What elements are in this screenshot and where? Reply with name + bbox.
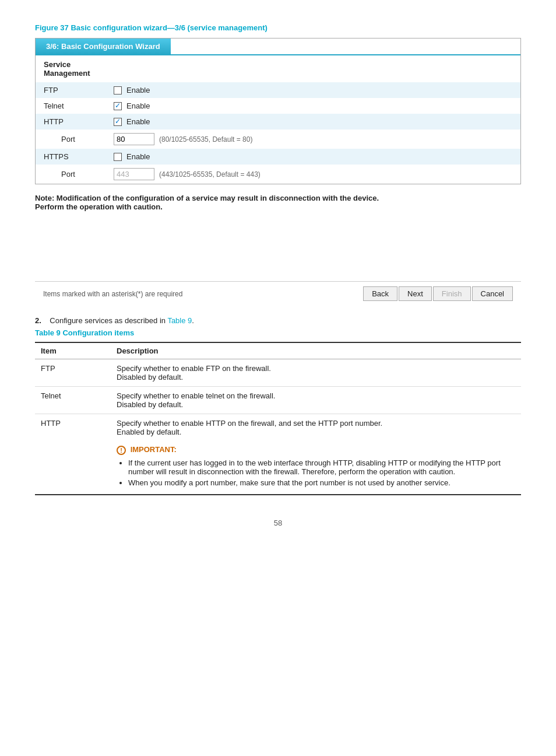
http-enable-label: Enable bbox=[126, 117, 150, 126]
https-port-content[interactable]: (443/1025-65535, Default = 443) bbox=[114, 168, 261, 180]
table-row: FTP Specify whether to enable FTP on the… bbox=[35, 359, 521, 387]
https-port-input[interactable] bbox=[114, 168, 154, 180]
wizard-tab: 3/6: Basic Configuration Wizard bbox=[36, 38, 171, 54]
step2-instruction: 2. Configure services as described in Ta… bbox=[35, 316, 521, 325]
wizard-container: 3/6: Basic Configuration Wizard ServiceM… bbox=[35, 38, 521, 184]
footer-note: Items marked with an asterisk(*) are req… bbox=[43, 290, 182, 298]
step2-suffix: . bbox=[192, 316, 194, 325]
config-table: Item Description FTP Specify whether to … bbox=[35, 342, 521, 495]
http-port-content[interactable]: (80/1025-65535, Default = 80) bbox=[114, 133, 252, 145]
http-port-hint: (80/1025-65535, Default = 80) bbox=[159, 135, 252, 144]
https-row: HTTPS Enable bbox=[36, 149, 520, 164]
footer-buttons: Back Next Finish Cancel bbox=[363, 286, 513, 301]
figure-title: Figure 37 Basic configuration wizard—3/6… bbox=[35, 23, 521, 32]
important-icon: ! bbox=[117, 446, 126, 455]
ftp-label: FTP bbox=[44, 86, 114, 94]
table-item-http: HTTP bbox=[35, 414, 111, 495]
table-item-ftp: FTP bbox=[35, 359, 111, 387]
table-row: Telnet Specify whether to enable telnet … bbox=[35, 387, 521, 414]
table-row: HTTP Specify whether to enable HTTP on t… bbox=[35, 414, 521, 495]
ftp-checkbox-icon bbox=[114, 86, 122, 94]
telnet-label: Telnet bbox=[44, 102, 114, 110]
http-row: HTTP Enable bbox=[36, 114, 520, 130]
https-enable-label: Enable bbox=[126, 152, 150, 161]
https-checkbox-icon bbox=[114, 153, 122, 161]
http-port-label: Port bbox=[44, 135, 114, 144]
wizard-note: Note: Modification of the configuration … bbox=[35, 194, 521, 211]
telnet-row: Telnet Enable bbox=[36, 98, 520, 114]
table-desc-http: Specify whether to enable HTTP on the fi… bbox=[111, 414, 521, 495]
bullet-item: If the current user has logged in to the… bbox=[128, 459, 515, 476]
wizard-section-header: ServiceManagement bbox=[36, 55, 520, 82]
page-number: 58 bbox=[35, 519, 521, 527]
important-list: If the current user has logged in to the… bbox=[128, 459, 515, 487]
http-port-input[interactable] bbox=[114, 133, 154, 145]
telnet-checkbox-icon bbox=[114, 102, 122, 110]
table-title: Table 9 Configuration items bbox=[35, 328, 521, 337]
col-description: Description bbox=[111, 342, 521, 359]
bullet-item: When you modify a port number, make sure… bbox=[128, 478, 515, 487]
https-content: Enable bbox=[114, 152, 150, 161]
telnet-content: Enable bbox=[114, 102, 150, 110]
next-button[interactable]: Next bbox=[399, 286, 432, 301]
table9-link[interactable]: Table 9 bbox=[167, 316, 192, 325]
ftp-row: FTP Enable bbox=[36, 82, 520, 98]
https-port-hint: (443/1025-65535, Default = 443) bbox=[159, 170, 261, 178]
cancel-button[interactable]: Cancel bbox=[472, 286, 513, 301]
http-label: HTTP bbox=[44, 117, 114, 126]
back-button[interactable]: Back bbox=[363, 286, 397, 301]
col-item: Item bbox=[35, 342, 111, 359]
finish-button[interactable]: Finish bbox=[433, 286, 471, 301]
wizard-body: ServiceManagement FTP Enable Telnet Enab… bbox=[36, 54, 520, 184]
table-desc-ftp: Specify whether to enable FTP on the fir… bbox=[111, 359, 521, 387]
ftp-content: Enable bbox=[114, 86, 150, 94]
table-item-telnet: Telnet bbox=[35, 387, 111, 414]
wizard-footer: Items marked with an asterisk(*) are req… bbox=[35, 281, 521, 306]
step2-prefix: Configure services as described in bbox=[50, 316, 167, 325]
http-checkbox-icon bbox=[114, 118, 122, 126]
ftp-enable-label: Enable bbox=[126, 86, 150, 94]
important-label: IMPORTANT: bbox=[131, 445, 177, 454]
http-port-row: Port (80/1025-65535, Default = 80) bbox=[36, 130, 520, 149]
http-content: Enable bbox=[114, 117, 150, 126]
https-port-label: Port bbox=[44, 170, 114, 178]
https-port-row: Port (443/1025-65535, Default = 443) bbox=[36, 164, 520, 184]
telnet-enable-label: Enable bbox=[126, 102, 150, 110]
table-desc-telnet: Specify whether to enable telnet on the … bbox=[111, 387, 521, 414]
https-label: HTTPS bbox=[44, 152, 114, 161]
